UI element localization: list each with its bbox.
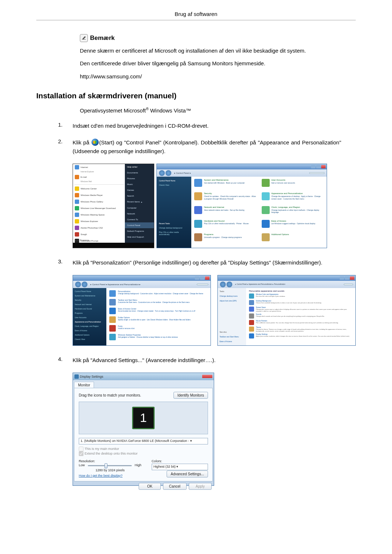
start-menu-item[interactable]: Music [125, 181, 154, 187]
recent-task[interactable]: Change desktop background [159, 227, 189, 229]
sidebar-item[interactable]: System and Maintenance [75, 295, 105, 297]
start-menu-item[interactable]: Network [125, 211, 154, 217]
sidebar-link[interactable]: Taskbar and Start Menu [220, 336, 244, 338]
start-menu-item[interactable]: Adobe Photoshop CS2 [73, 225, 126, 231]
personalization-item[interactable]: Mouse PointersPick a different mouse poi… [249, 320, 352, 325]
control-panel-category[interactable]: Additional Options [262, 233, 324, 246]
sidebar-link[interactable]: Ease of Access [220, 340, 244, 342]
personalization-item[interactable]: SoundsChange which sounds are heard when… [249, 313, 352, 319]
start-menu-item[interactable]: Help and Support [125, 234, 154, 240]
control-panel-category[interactable]: SecurityCheck for updates · Check this c… [194, 192, 257, 205]
start-search[interactable] [73, 243, 154, 248]
all-programs[interactable]: ▸ All Programs [75, 239, 89, 241]
forward-icon[interactable] [82, 282, 87, 287]
sidebar-item[interactable]: Classic View [159, 184, 189, 186]
cancel-button[interactable]: Cancel [163, 483, 187, 490]
sidebar-item[interactable]: Classic View [75, 338, 105, 340]
control-panel-category[interactable]: User AccountsAdd or remove user accounts [262, 179, 324, 191]
start-menu-item[interactable]: Windows Media Player [73, 192, 126, 198]
identify-monitors-button[interactable]: Identify Monitors [173, 392, 208, 399]
sidebar-link[interactable]: Adjust font size (DPI) [220, 300, 244, 302]
control-panel-category[interactable]: Clock, Language, and RegionChange keyboa… [262, 206, 324, 218]
start-menu-item[interactable]: SnagIt [73, 231, 126, 238]
appearance-item[interactable]: FontsInstall or remove a font [109, 325, 208, 332]
search-input[interactable] [309, 172, 324, 174]
minimize-icon[interactable] [340, 276, 344, 280]
close-icon[interactable] [321, 165, 326, 168]
monitor-select[interactable]: 1. (Multiple Monitors) on NVIDIA GeForce… [79, 438, 208, 444]
sidebar-item[interactable]: Security [75, 299, 105, 301]
appearance-item[interactable]: Ease of Access CenterAccommodate low vis… [109, 308, 208, 314]
back-icon[interactable] [159, 170, 165, 176]
personalization-item[interactable]: ThemeChange the theme. Themes can change… [249, 327, 352, 332]
sidebar-item[interactable]: Hardware and Sound [75, 308, 105, 310]
start-menu-item[interactable]: Windows Explorer [73, 218, 126, 225]
appearance-item[interactable]: Taskbar and Start MenuCustomize the Star… [109, 299, 208, 305]
appearance-item[interactable]: Windows Sidebar PropertiesAdd gadgets to… [109, 334, 208, 340]
monitor-icon[interactable]: 1 [132, 407, 155, 429]
personalization-item[interactable]: Window Color and AppearanceFine tune the… [249, 294, 352, 299]
resolution-slider[interactable] [88, 465, 132, 466]
breadcrumb[interactable]: ▸ Control Panel ▸ Appearance and Persona… [90, 283, 140, 286]
sidebar-item[interactable]: Clock, Language, and Region [75, 325, 105, 327]
tab-monitor[interactable]: Monitor [74, 382, 94, 388]
sidebar-item[interactable]: Additional Options [75, 334, 105, 336]
monitor-preview[interactable]: 1 [79, 402, 208, 434]
control-panel-category[interactable]: ProgramsUninstall a program · Change sta… [194, 233, 257, 246]
control-panel-category[interactable]: Ease of AccessLet Windows suggest settin… [262, 220, 324, 232]
start-menu-item[interactable]: Computer [125, 205, 154, 211]
start-menu-control-panel[interactable]: Control Panel [125, 222, 154, 228]
appearance-item[interactable]: Folder OptionsSpecify single- or double-… [109, 316, 208, 323]
forward-icon[interactable] [226, 282, 232, 287]
control-panel-category[interactable]: Hardware and SoundPlay CDs or other medi… [194, 220, 257, 232]
breadcrumb[interactable]: ▸ Control Panel ▸ [174, 172, 191, 174]
recent-task[interactable]: Play CDs or other media automatically [159, 231, 189, 235]
maximize-icon[interactable] [316, 165, 320, 168]
start-menu-item[interactable]: Windows Live Messenger Download [73, 205, 126, 212]
start-menu-item[interactable]: Search [125, 193, 154, 199]
colors-select[interactable]: Highest (32 bit) ▾ [152, 464, 208, 470]
maximize-icon[interactable] [345, 276, 349, 280]
start-menu-item[interactable]: Connect To [125, 217, 154, 222]
personalization-item[interactable]: Display SettingsAdjust your monitor reso… [249, 333, 352, 338]
close-icon[interactable] [205, 276, 209, 280]
sidebar-item[interactable]: Ease of Access [75, 329, 105, 332]
minimize-icon[interactable] [311, 165, 315, 168]
control-panel-category[interactable]: System and MaintenanceGet started with W… [194, 179, 257, 191]
start-menu-item[interactable]: Recent Items ▸ [125, 199, 154, 205]
start-menu-item[interactable]: E-mail [73, 174, 126, 180]
back-icon[interactable] [220, 282, 226, 287]
start-menu-item[interactable]: Welcome Center [73, 185, 126, 192]
close-icon[interactable] [350, 276, 354, 280]
sidebar-item[interactable]: User Accounts [75, 316, 105, 319]
search-input[interactable] [344, 284, 353, 285]
control-panel-category[interactable]: Appearance and PersonalizationChange the… [262, 192, 324, 205]
sidebar-link[interactable]: Change desktop icons [220, 295, 244, 297]
minimize-icon[interactable] [195, 276, 199, 280]
appearance-item[interactable]: PersonalizationChange desktop background… [109, 290, 208, 297]
sidebar-item[interactable]: Control Panel Home [75, 290, 105, 292]
sidebar-item[interactable]: Programs [75, 312, 105, 314]
help-link[interactable]: How do I get the best display? [79, 474, 123, 477]
start-menu-item[interactable]: Windows Photo Gallery [73, 198, 126, 205]
personalization-item[interactable]: Desktop BackgroundChoose from available … [249, 300, 352, 305]
close-icon[interactable] [202, 375, 212, 378]
start-menu-item[interactable]: Games [125, 187, 154, 193]
breadcrumb[interactable]: ▸ Control Panel ▸ Appearance and Persona… [235, 283, 285, 285]
ok-button[interactable]: OK [139, 483, 160, 490]
control-panel-category[interactable]: Network and InternetView network status … [194, 206, 257, 218]
personalization-item[interactable]: Screen SaverChange your screen saver or … [249, 307, 352, 312]
maximize-icon[interactable] [200, 276, 204, 280]
back-icon[interactable] [75, 282, 81, 287]
start-menu-item[interactable]: Default Programs [125, 228, 154, 234]
start-menu-item[interactable]: Documents [125, 170, 154, 176]
start-menu-item[interactable]: Windows Meeting Space [73, 212, 126, 218]
start-menu-item[interactable]: Pictures [125, 176, 154, 181]
start-menu-item[interactable]: Internet [73, 164, 126, 171]
advanced-settings-button[interactable]: Advanced Settings... [167, 471, 208, 477]
forward-icon[interactable] [166, 170, 171, 176]
search-input[interactable] [197, 284, 208, 285]
sidebar-item[interactable]: Appearance and Personalization [75, 321, 105, 323]
apply-button[interactable]: Apply [189, 483, 212, 490]
sidebar-item[interactable]: Network and Internet [75, 303, 105, 305]
